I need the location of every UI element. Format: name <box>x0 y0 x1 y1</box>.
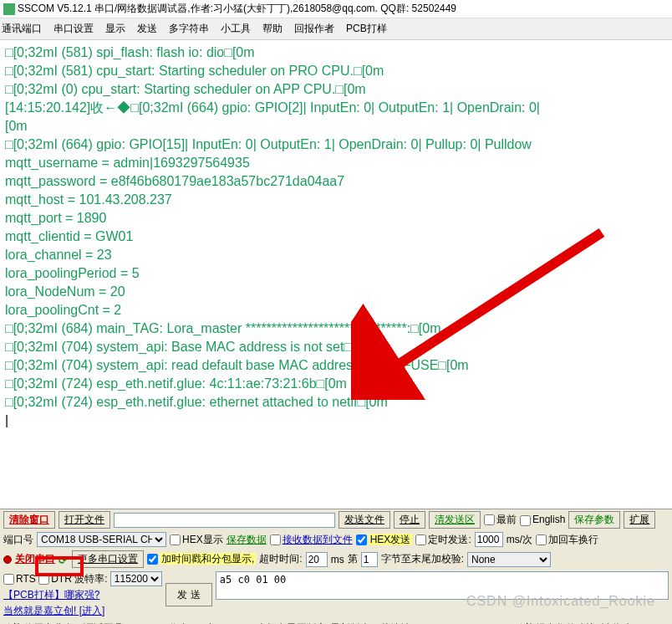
log-line: lora_poolingCnt = 2 <box>5 301 667 320</box>
log-line: □[0;32mI (664) gpio: GPIO[15]| InputEn: … <box>5 136 667 154</box>
topmost-checkbox[interactable]: 最前 <box>484 513 517 527</box>
log-line: □[0;32mI (724) esp_eth.netif.glue: 4c:11… <box>5 375 667 393</box>
bytes-from-label: 第 <box>348 552 358 566</box>
bytes-suffix-label: 字节至末尾加校验: <box>381 552 464 566</box>
menu-send[interactable]: 发送 <box>137 22 157 36</box>
baud-select[interactable]: 115200 <box>110 571 162 586</box>
close-port-button[interactable]: 关闭串口 <box>15 552 55 566</box>
send-data-input[interactable]: a5 c0 01 00 <box>216 571 669 600</box>
log-line: lora_NodeNum = 20 <box>5 283 667 301</box>
log-line: □[0;32mI (581) cpu_start: Starting sched… <box>5 62 667 80</box>
log-line: □[0;32mI (684) main_TAG: Lora_master ***… <box>5 320 667 338</box>
log-line: mqtt_username = admin|1693297564935 <box>5 154 667 172</box>
english-checkbox[interactable]: English <box>520 514 565 525</box>
log-line: □[0;32mI (581) spi_flash: flash io: dio□… <box>5 43 667 62</box>
log-line: mqtt_password = e8f46b680179ae183a57bc27… <box>5 172 667 191</box>
log-line: mqtt_clientid = GW01 <box>5 228 667 246</box>
menu-comm-port[interactable]: 通讯端口 <box>2 22 42 36</box>
log-line: mqtt_host = 101.43.208.237 <box>5 191 667 209</box>
send-file-button[interactable]: 发送文件 <box>339 511 390 529</box>
stop-button[interactable]: 停止 <box>394 511 425 529</box>
timeout-label: 超时时间: <box>259 552 302 566</box>
timed-interval-input[interactable] <box>475 532 503 547</box>
port-select[interactable]: COM18 USB-SERIAL CH340 <box>37 532 166 547</box>
baud-label: 波特率: <box>74 573 107 585</box>
log-line: □[0;32mI (724) esp_eth.netif.glue: ether… <box>5 393 667 412</box>
timestamp-checkbox[interactable]: 加时间戳和分包显示, <box>147 552 256 566</box>
app-icon <box>3 3 15 15</box>
recv-to-file-checkbox[interactable]: 接收数据到文件 <box>270 533 353 547</box>
save-params-button[interactable]: 保存参数 <box>568 511 620 529</box>
menu-bar: 通讯端口 串口设置 显示 发送 多字符串 小工具 帮助 回报作者 PCB打样 <box>0 18 672 40</box>
menu-feedback[interactable]: 回报作者 <box>294 22 334 36</box>
port-label: 端口号 <box>3 533 33 547</box>
menu-help[interactable]: 帮助 <box>262 22 283 36</box>
add-crlf-checkbox[interactable]: 加回车换行 <box>536 533 598 547</box>
log-line: lora_channel = 23 <box>5 246 667 264</box>
window-title: SSCOM V5.12.1 串口/网络数据调试器,作者:习小猛(大虾丁丁),26… <box>18 2 456 16</box>
checksum-select[interactable]: None <box>467 552 551 567</box>
timeout-input[interactable] <box>306 552 328 567</box>
log-line: [14:15:20.142]收←◆□[0;32mI (664) gpio: GP… <box>5 99 667 117</box>
rts-checkbox[interactable]: RTS <box>3 573 36 585</box>
clear-window-button[interactable]: 清除窗口 <box>3 511 55 529</box>
title-bar: SSCOM V5.12.1 串口/网络数据调试器,作者:习小猛(大虾丁丁),26… <box>0 0 672 18</box>
open-file-button[interactable]: 打开文件 <box>59 511 110 529</box>
dtr-checkbox[interactable]: DTR <box>38 573 72 585</box>
file-path-input[interactable] <box>114 513 335 528</box>
more-settings-button[interactable]: 更多串口设置 <box>72 550 144 568</box>
log-line: [0m <box>5 117 667 136</box>
menu-pcb[interactable]: PCB打样 <box>346 22 387 36</box>
expand-button[interactable]: 扩展 <box>624 511 655 529</box>
menu-tools[interactable]: 小工具 <box>221 22 251 36</box>
ms-label: ms <box>331 554 344 565</box>
record-icon <box>3 555 12 564</box>
log-line: □[0;32mI (0) cpu_start: Starting schedul… <box>5 80 667 99</box>
reload-icon[interactable]: ⟳ <box>59 555 69 565</box>
log-line: mqtt_port = 1890 <box>5 209 667 228</box>
menu-port-settings[interactable]: 串口设置 <box>53 22 94 36</box>
menu-display[interactable]: 显示 <box>105 22 125 36</box>
log-area[interactable]: □[0;32mI (581) spi_flash: flash io: dio□… <box>0 40 672 509</box>
ms-unit-label: ms/次 <box>507 533 532 547</box>
cursor-line: | <box>5 412 667 430</box>
bytes-from-input[interactable] <box>361 552 378 567</box>
send-button[interactable]: 发 送 <box>165 583 212 606</box>
menu-multistring[interactable]: 多字符串 <box>169 22 209 36</box>
hex-send-checkbox[interactable]: HEX发送 <box>356 533 413 547</box>
log-line: lora_poolingPeriod = 5 <box>5 264 667 283</box>
timed-send-checkbox[interactable]: 定时发送: <box>415 533 471 547</box>
clear-send-button[interactable]: 清发送区 <box>429 511 481 529</box>
log-line: □[0;32mI (704) system_api: Base MAC addr… <box>5 338 667 356</box>
save-data-link[interactable]: 保存数据 <box>227 533 267 547</box>
log-line: □[0;32mI (704) system_api: read default … <box>5 356 667 375</box>
bottom-panel: 清除窗口 打开文件 发送文件 停止 清发送区 最前 English 保存参数 扩… <box>0 509 672 624</box>
pcb-link[interactable]: 【PCB打样】哪家强? <box>3 588 162 602</box>
jlc-link[interactable]: 当然就是嘉立创! [进入] <box>3 604 162 618</box>
hex-display-checkbox[interactable]: HEX显示 <box>170 533 223 547</box>
